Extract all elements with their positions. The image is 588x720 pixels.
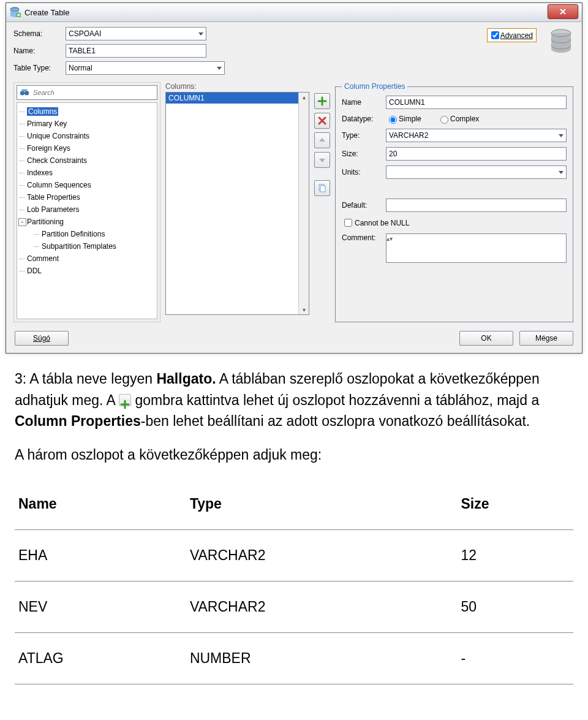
move-up-button[interactable]: [314, 132, 330, 148]
copy-button[interactable]: [314, 180, 330, 196]
units-combo[interactable]: [386, 165, 567, 179]
svg-rect-7: [22, 89, 28, 92]
svg-rect-9: [320, 186, 325, 192]
notnull-checkbox[interactable]: Cannot be NULL: [342, 217, 409, 229]
table-icon: [9, 6, 21, 18]
table-row: EHAVARCHAR212: [15, 530, 573, 582]
tabletype-combo[interactable]: Normal: [66, 61, 225, 75]
tree-item[interactable]: Table Properties: [18, 191, 156, 203]
tree-item[interactable]: Check Constraints: [18, 154, 156, 167]
svg-point-6: [24, 91, 29, 95]
tree-item[interactable]: Foreign Keys: [18, 142, 156, 154]
comment-label: Comment:: [342, 233, 386, 242]
columns-listbox[interactable]: COLUMN1 ▴▾: [165, 92, 309, 315]
move-down-button[interactable]: [314, 152, 330, 168]
name-label: Name:: [13, 47, 66, 55]
tree-item[interactable]: Indexes: [18, 167, 156, 179]
size-field[interactable]: 20: [386, 147, 567, 161]
schema-label: Schema:: [13, 29, 66, 38]
scrollbar[interactable]: ▴▾: [386, 234, 566, 262]
props-legend: Column Properties: [342, 82, 407, 91]
advanced-checkbox[interactable]: Advanced: [487, 28, 537, 42]
tabletype-label: Table Type:: [13, 64, 66, 72]
units-label: Units:: [342, 168, 386, 176]
titlebar[interactable]: Create Table: [6, 3, 582, 22]
tree-item[interactable]: Columns: [18, 105, 156, 118]
tree-item[interactable]: -Partitioning: [18, 216, 156, 228]
tree-item[interactable]: Lob Parameters: [18, 203, 156, 216]
search-input[interactable]: [32, 88, 154, 97]
type-label: Type:: [342, 131, 386, 140]
tree-item[interactable]: Partition Definitions: [18, 228, 156, 240]
bold-text: Column Properties: [15, 413, 141, 429]
help-button[interactable]: Súgó: [15, 331, 69, 346]
columns-panel: Columns: COLUMN1 ▴▾: [165, 82, 309, 322]
plus-icon: [119, 394, 131, 406]
category-panel: ColumnsPrimary KeyUnique ConstraintsFore…: [13, 82, 160, 322]
datatype-simple-radio[interactable]: Simple: [386, 114, 430, 124]
size-label: Size:: [342, 150, 386, 158]
column-toolbar: [314, 82, 329, 322]
column-list-item[interactable]: COLUMN1: [166, 93, 309, 104]
columns-label: Columns:: [165, 82, 309, 91]
instruction-text: 3: A tábla neve legyen Hallgato. A táblá…: [0, 354, 588, 475]
ok-button[interactable]: OK: [459, 331, 513, 346]
prop-name-label: Name: [342, 98, 386, 107]
category-tree[interactable]: ColumnsPrimary KeyUnique ConstraintsFore…: [17, 102, 157, 319]
tree-item[interactable]: Unique Constraints: [18, 130, 156, 142]
remove-column-button[interactable]: [314, 113, 330, 129]
database-icon: [548, 28, 575, 55]
columns-table: NameTypeSize EHAVARCHAR212NEVVARCHAR250A…: [15, 479, 573, 684]
binoculars-icon: [20, 88, 29, 97]
datatype-label: Datatype:: [342, 115, 386, 123]
close-button[interactable]: [548, 4, 578, 19]
default-field[interactable]: [386, 199, 567, 212]
tree-item[interactable]: Comment: [18, 252, 156, 265]
datatype-complex-radio[interactable]: Complex: [437, 114, 481, 124]
scrollbar[interactable]: ▴▾: [298, 93, 309, 314]
add-column-button[interactable]: [314, 93, 330, 109]
create-table-dialog: Create Table Schema: CSPOAAI Name: TABLE…: [6, 2, 582, 354]
tablename-field[interactable]: TABLE1: [66, 44, 206, 58]
search-box[interactable]: [17, 85, 157, 100]
tree-item[interactable]: DDL: [18, 265, 156, 277]
table-header: Name: [15, 479, 186, 530]
table-row: ATLAGNUMBER-: [15, 633, 573, 684]
bold-text: Hallgato.: [156, 371, 216, 387]
table-row: NEVVARCHAR250: [15, 582, 573, 633]
cancel-button[interactable]: Mégse: [519, 331, 573, 346]
window-title: Create Table: [24, 8, 69, 17]
default-label: Default:: [342, 201, 386, 210]
prop-name-field[interactable]: COLUMN1: [386, 96, 567, 109]
comment-field[interactable]: ▴▾: [386, 233, 567, 263]
svg-point-5: [20, 91, 24, 95]
table-header: Size: [457, 479, 573, 530]
schema-combo[interactable]: CSPOAAI: [66, 27, 206, 40]
tree-item[interactable]: Subpartition Templates: [18, 240, 156, 252]
column-properties-panel: Column Properties Name COLUMN1 Datatype:…: [335, 82, 573, 322]
tree-item[interactable]: Column Sequences: [18, 179, 156, 191]
type-combo[interactable]: VARCHAR2: [386, 129, 567, 142]
table-header: Type: [186, 479, 458, 530]
tree-item[interactable]: Primary Key: [18, 118, 156, 130]
